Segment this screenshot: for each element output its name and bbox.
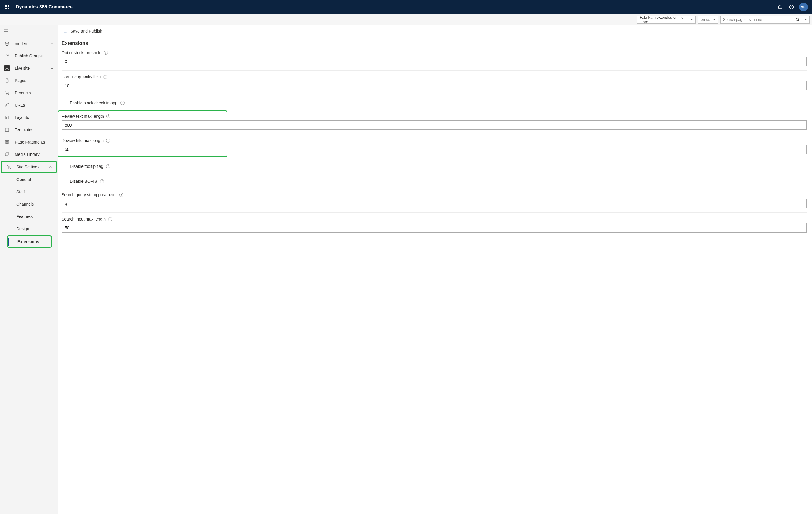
store-selector-label: Fabrikam extended online store <box>640 15 688 24</box>
nav-pages[interactable]: Pages <box>0 74 58 87</box>
nav-products[interactable]: Products <box>0 87 58 99</box>
info-icon[interactable]: i <box>104 51 108 55</box>
page-search <box>720 16 810 24</box>
svg-rect-2 <box>8 5 9 6</box>
nav-label: Products <box>14 91 54 95</box>
nav-page-fragments[interactable]: Page Fragments <box>0 136 58 148</box>
template-icon <box>4 127 10 133</box>
info-icon[interactable]: i <box>106 139 110 143</box>
nav-urls[interactable]: URLs <box>0 99 58 111</box>
user-avatar[interactable]: MG <box>799 3 808 11</box>
save-and-publish-button[interactable]: Save and Publish <box>70 29 102 33</box>
info-icon[interactable]: i <box>106 114 111 118</box>
subnav-features[interactable]: Features <box>0 210 58 222</box>
info-icon[interactable]: i <box>108 217 112 221</box>
cart-icon <box>4 90 10 96</box>
field-label: Disable BOPIS <box>70 179 97 184</box>
nav-label: Page Fragments <box>14 140 54 144</box>
nav-live-site[interactable]: Live site ▴▾ <box>0 62 58 74</box>
svg-rect-30 <box>7 141 9 142</box>
nav-label: Site Settings <box>17 164 43 169</box>
field-label: Cart line quantity limit <box>61 75 101 79</box>
help-button[interactable] <box>786 0 798 14</box>
nav-label: Layouts <box>14 115 54 120</box>
svg-line-12 <box>798 20 799 21</box>
svg-point-19 <box>7 55 8 56</box>
info-icon[interactable]: i <box>120 101 124 105</box>
disable-bopis-checkbox[interactable] <box>61 179 67 184</box>
svg-rect-34 <box>6 153 9 155</box>
info-icon[interactable]: i <box>119 193 123 197</box>
cart-line-qty-input[interactable] <box>61 81 807 91</box>
nav-layouts[interactable]: Layouts <box>0 111 58 124</box>
search-input-max-input[interactable] <box>61 223 807 233</box>
out-of-stock-input[interactable] <box>61 57 807 66</box>
nav-publish-groups[interactable]: Publish Groups <box>0 50 58 62</box>
search-options-button[interactable] <box>802 16 810 24</box>
svg-rect-32 <box>7 143 9 144</box>
search-query-param-input[interactable] <box>61 199 807 208</box>
search-button[interactable] <box>793 16 802 24</box>
review-text-max-input[interactable] <box>61 120 807 130</box>
subnav-general[interactable]: General <box>0 173 58 186</box>
nav-label: Live site <box>14 66 45 70</box>
nav-site-settings[interactable]: Site Settings <box>1 161 57 173</box>
nav-media-library[interactable]: Media Library <box>0 148 58 160</box>
review-title-max-input[interactable] <box>61 145 807 154</box>
svg-rect-23 <box>5 116 9 119</box>
notifications-button[interactable] <box>774 0 786 14</box>
svg-rect-6 <box>5 8 6 9</box>
nav-label: Media Library <box>14 152 54 157</box>
field-disable-tooltip: Disable tooltip flag i <box>61 164 807 169</box>
page-search-input[interactable] <box>720 16 793 24</box>
field-label: Enable stock check in app <box>70 100 117 105</box>
svg-rect-0 <box>5 5 6 6</box>
svg-rect-1 <box>6 5 7 6</box>
nav-templates[interactable]: Templates <box>0 124 58 136</box>
app-launcher[interactable] <box>2 2 12 12</box>
field-label: Search input max length <box>61 217 106 221</box>
avatar-initials: MG <box>801 5 806 9</box>
settings-scroll-area[interactable]: Extensions Out of stock threshold i Cart… <box>58 37 812 514</box>
rocket-icon <box>4 53 10 59</box>
svg-rect-8 <box>8 8 9 9</box>
subnav-extensions[interactable]: Extensions <box>7 236 52 248</box>
hamburger-menu[interactable] <box>0 25 58 37</box>
svg-rect-31 <box>5 143 7 144</box>
nav-label: modern <box>14 41 45 46</box>
fragment-icon <box>4 139 10 145</box>
nav-label: Channels <box>17 202 34 207</box>
svg-point-11 <box>796 18 798 20</box>
info-icon[interactable]: i <box>100 179 104 183</box>
divider <box>61 188 807 188</box>
subnav-staff[interactable]: Staff <box>0 186 58 198</box>
info-icon[interactable]: i <box>106 164 110 169</box>
layout-icon <box>4 115 10 120</box>
subnav-channels[interactable]: Channels <box>0 198 58 210</box>
svg-point-10 <box>791 8 792 8</box>
field-label: Disable tooltip flag <box>70 164 103 169</box>
svg-rect-7 <box>6 8 7 9</box>
nav-site-switcher[interactable]: modern ▴▾ <box>0 37 58 50</box>
nav-label: Publish Groups <box>14 54 54 58</box>
svg-rect-3 <box>5 6 6 7</box>
svg-rect-26 <box>5 128 9 131</box>
gear-icon <box>6 164 12 170</box>
left-nav: modern ▴▾ Publish Groups Live site ▴▾ Pa… <box>0 25 58 514</box>
main-layout: modern ▴▾ Publish Groups Live site ▴▾ Pa… <box>0 25 812 514</box>
svg-rect-4 <box>6 6 7 7</box>
subnav-design[interactable]: Design <box>0 222 58 235</box>
chevron-down-icon <box>713 19 715 20</box>
field-review-text-max: Review text max length i <box>61 114 807 130</box>
field-disable-bopis: Disable BOPIS i <box>61 179 807 184</box>
enable-stock-check-checkbox[interactable] <box>61 100 67 105</box>
store-selector[interactable]: Fabrikam extended online store <box>637 16 696 24</box>
language-selector[interactable]: en-us <box>698 16 718 24</box>
info-icon[interactable]: i <box>103 75 107 79</box>
field-search-input-max: Search input max length i <box>61 217 807 233</box>
action-bar: Save and Publish <box>58 25 812 37</box>
disable-tooltip-checkbox[interactable] <box>61 164 67 169</box>
svg-rect-5 <box>8 6 9 7</box>
sort-icon: ▴▾ <box>50 66 54 70</box>
svg-rect-29 <box>5 141 7 142</box>
